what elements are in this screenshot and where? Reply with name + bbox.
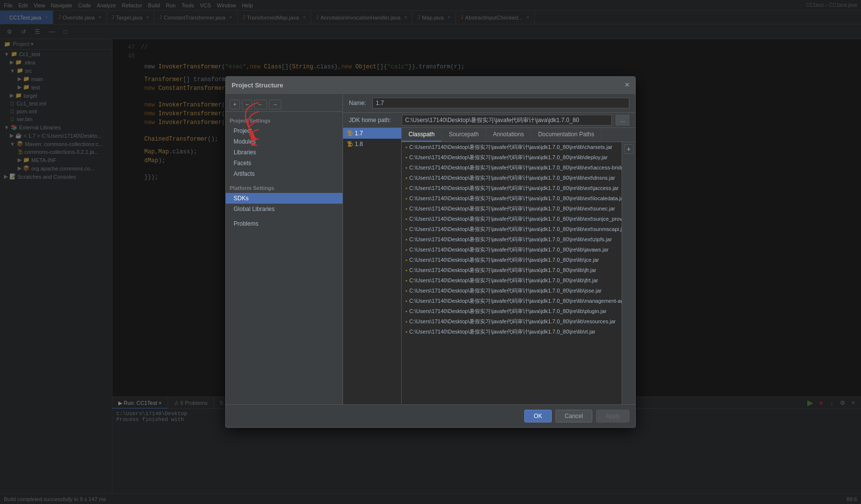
classpath-list-item[interactable]: ▪C:\Users\17140\Desktop\暑假实习\javafe代码审计\… (402, 234, 622, 245)
modal-nav: + − ← → Project Settings Project Modules… (226, 94, 343, 404)
classpath-tab-annotations[interactable]: Annotations (486, 128, 531, 142)
jar-icon: ▪ (406, 165, 408, 170)
classpath-item-label: C:\Users\17140\Desktop\暑假实习\javafe代码审计\j… (409, 195, 622, 202)
classpath-list-item[interactable]: ▪C:\Users\17140\Desktop\暑假实习\javafe代码审计\… (402, 327, 622, 337)
nav-item-project[interactable]: Project (226, 126, 343, 136)
classpath-item-label: C:\Users\17140\Desktop\暑假实习\javafe代码审计\j… (409, 144, 613, 151)
classpath-tabs: Classpath Sourcepath Annotations Documen… (402, 128, 635, 142)
classpath-list-item[interactable]: ▪C:\Users\17140\Desktop\暑假实习\javafe代码审计\… (402, 142, 622, 152)
classpath-item-label: C:\Users\17140\Desktop\暑假实习\javafe代码审计\j… (409, 246, 609, 253)
classpath-item-label: C:\Users\17140\Desktop\暑假实习\javafe代码审计\j… (409, 174, 615, 182)
nav-item-modules[interactable]: Modules (226, 136, 343, 147)
nav-section-platform-settings: Platform Settings (226, 183, 343, 193)
sdk-list: 🗜 1.7 🗜 1.8 (343, 128, 402, 404)
classpath-list-item[interactable]: ▪C:\Users\17140\Desktop\暑假实习\javafe代码审计\… (402, 173, 622, 183)
classpath-list-item[interactable]: ▪C:\Users\17140\Desktop\暑假实习\javafe代码审计\… (402, 255, 622, 265)
classpath-list-item[interactable]: ▪C:\Users\17140\Desktop\暑假实习\javafe代码审计\… (402, 306, 622, 316)
jar-icon: ▪ (406, 268, 408, 273)
modal-body: + − ← → Project Settings Project Modules… (226, 94, 635, 404)
nav-add-btn[interactable]: + (230, 100, 240, 109)
modal-name-row: Name: (343, 94, 635, 113)
sdk-icon: 🗜 (347, 130, 353, 137)
classpath-item-label: C:\Users\17140\Desktop\暑假实习\javafe代码审计\j… (409, 205, 615, 212)
classpath-item-label: C:\Users\17140\Desktop\暑假实习\javafe代码审计\j… (409, 308, 607, 315)
classpath-item-label: C:\Users\17140\Desktop\暑假实习\javafe代码审计\j… (409, 215, 622, 223)
jar-icon: ▪ (406, 155, 408, 160)
classpath-list-item[interactable]: ▪C:\Users\17140\Desktop\暑假实习\javafe代码审计\… (402, 296, 622, 306)
jdk-home-input[interactable] (402, 115, 612, 126)
classpath-list-item[interactable]: ▪C:\Users\17140\Desktop\暑假实习\javafe代码审计\… (402, 183, 622, 193)
sdk-content-area: 🗜 1.7 🗜 1.8 Classpath Sourcepath (343, 128, 635, 404)
sdk-item-17[interactable]: 🗜 1.7 (343, 128, 401, 139)
classpath-list-item[interactable]: ▪C:\Users\17140\Desktop\暑假实习\javafe代码审计\… (402, 275, 622, 286)
jar-icon: ▪ (406, 206, 408, 211)
nav-item-sdks[interactable]: SDKs (226, 193, 343, 204)
nav-item-artifacts[interactable]: Artifacts (226, 168, 343, 179)
classpath-list-item[interactable]: ▪C:\Users\17140\Desktop\暑假实习\javafe代码审计\… (402, 316, 622, 327)
classpath-list-item[interactable]: ▪C:\Users\17140\Desktop\暑假实习\javafe代码审计\… (402, 163, 622, 173)
jdk-home-label: JDK home path: (349, 117, 398, 124)
classpath-list-item[interactable]: ▪C:\Users\17140\Desktop\暑假实习\javafe代码审计\… (402, 224, 622, 234)
nav-section-project-settings: Project Settings (226, 116, 343, 126)
nav-item-problems[interactable]: Problems (226, 218, 343, 229)
classpath-list-item[interactable]: ▪C:\Users\17140\Desktop\暑假实习\javafe代码审计\… (402, 204, 622, 214)
cancel-button[interactable]: Cancel (556, 410, 592, 422)
classpath-item-label: C:\Users\17140\Desktop\暑假实习\javafe代码审计\j… (409, 318, 616, 325)
sdk-label: 1.7 (355, 130, 363, 137)
classpath-item-label: C:\Users\17140\Desktop\暑假实习\javafe代码审计\j… (409, 236, 612, 243)
classpath-tab-sourcepath[interactable]: Sourcepath (442, 128, 486, 142)
name-label: Name: (349, 100, 368, 106)
classpath-item-label: C:\Users\17140\Desktop\暑假实习\javafe代码审计\j… (409, 185, 619, 192)
classpath-panel: Classpath Sourcepath Annotations Documen… (402, 128, 635, 404)
classpath-list-item[interactable]: ▪C:\Users\17140\Desktop\暑假实习\javafe代码审计\… (402, 286, 622, 296)
nav-item-global-libraries[interactable]: Global Libraries (226, 204, 343, 214)
nav-item-libraries[interactable]: Libraries (226, 147, 343, 158)
name-input[interactable] (372, 98, 629, 108)
classpath-tab-classpath[interactable]: Classpath (402, 128, 442, 142)
jar-icon: ▪ (406, 319, 408, 324)
nav-back-btn[interactable]: ← (254, 100, 267, 109)
modal-nav-toolbar: + − ← → (226, 98, 343, 112)
jar-icon: ▪ (406, 186, 408, 191)
jar-icon: ▪ (406, 145, 408, 150)
jar-icon: ▪ (406, 298, 408, 304)
classpath-item-label: C:\Users\17140\Desktop\暑假实习\javafe代码审计\j… (409, 328, 596, 336)
classpath-list-item[interactable]: ▪C:\Users\17140\Desktop\暑假实习\javafe代码审计\… (402, 193, 622, 204)
nav-item-facets[interactable]: Facets (226, 158, 343, 168)
modal-jdk-row: JDK home path: ... (343, 113, 635, 128)
jdk-browse-btn[interactable]: ... (616, 115, 629, 126)
modal-footer: OK Cancel Apply (226, 404, 635, 427)
jar-icon: ▪ (406, 288, 408, 294)
modal-title-bar: Project Structure × (226, 77, 635, 94)
classpath-area: ▪C:\Users\17140\Desktop\暑假实习\javafe代码审计\… (402, 142, 635, 404)
classpath-tab-docpaths[interactable]: Documentation Paths (531, 128, 602, 142)
classpath-item-label: C:\Users\17140\Desktop\暑假实习\javafe代码审计\j… (409, 267, 597, 274)
classpath-list-item[interactable]: ▪C:\Users\17140\Desktop\暑假实习\javafe代码审计\… (402, 245, 622, 255)
jar-icon: ▪ (406, 278, 408, 283)
jar-icon: ▪ (406, 247, 408, 252)
project-structure-modal: Project Structure × + − ← → Project Sett… (225, 76, 636, 428)
modal-title: Project Structure (232, 82, 283, 89)
nav-forward-btn[interactable]: → (269, 100, 281, 109)
ok-button[interactable]: OK (524, 410, 551, 422)
classpath-add-btn[interactable]: + (624, 144, 634, 154)
apply-button[interactable]: Apply (596, 410, 629, 422)
jar-icon: ▪ (406, 329, 408, 335)
sdk-item-18[interactable]: 🗜 1.8 (343, 139, 401, 149)
jar-icon: ▪ (406, 196, 408, 201)
classpath-item-label: C:\Users\17140\Desktop\暑假实习\javafe代码审计\j… (409, 277, 598, 284)
classpath-list-item[interactable]: ▪C:\Users\17140\Desktop\暑假实习\javafe代码审计\… (402, 214, 622, 224)
classpath-item-label: C:\Users\17140\Desktop\暑假实习\javafe代码审计\j… (409, 256, 599, 264)
classpath-list-item[interactable]: ▪C:\Users\17140\Desktop\暑假实习\javafe代码审计\… (402, 152, 622, 163)
sdk-label: 1.8 (355, 141, 363, 147)
modal-close-btn[interactable]: × (625, 81, 629, 89)
jar-icon: ▪ (406, 227, 408, 232)
classpath-item-label: C:\Users\17140\Desktop\暑假实习\javafe代码审计\j… (409, 164, 622, 171)
classpath-list-item[interactable]: ▪C:\Users\17140\Desktop\暑假实习\javafe代码审计\… (402, 265, 622, 275)
classpath-toolbar: + (622, 142, 635, 404)
nav-remove-btn[interactable]: − (242, 100, 252, 109)
classpath-item-label: C:\Users\17140\Desktop\暑假实习\javafe代码审计\j… (409, 287, 602, 294)
jar-icon: ▪ (406, 237, 408, 242)
modal-overlay: Project Structure × + − ← → Project Sett… (0, 0, 861, 504)
classpath-item-label: C:\Users\17140\Desktop\暑假实习\javafe代码审计\j… (409, 154, 608, 161)
